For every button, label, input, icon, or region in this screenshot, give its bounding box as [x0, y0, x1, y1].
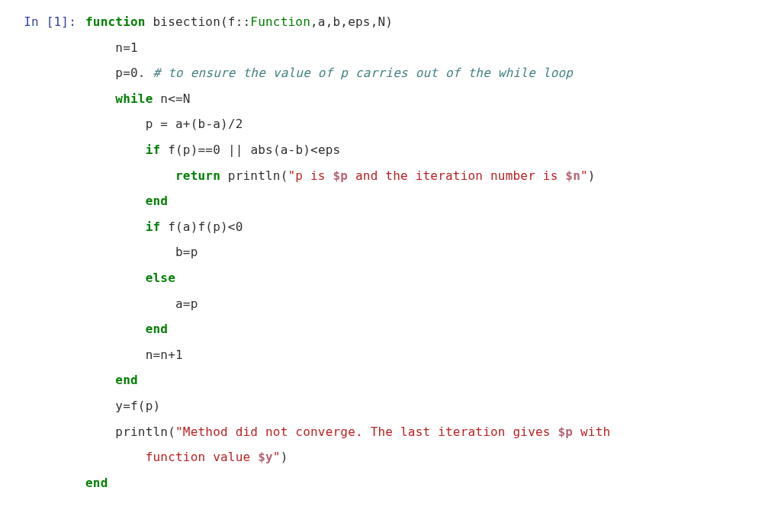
paren-a: a): [213, 117, 228, 131]
op-or: ||: [228, 143, 243, 157]
call-fp: f(p): [160, 143, 198, 157]
assign-lhs: n: [115, 40, 123, 55]
paren-b: (b: [191, 117, 206, 131]
num-0: 0: [236, 220, 243, 234]
op-le: <=: [168, 91, 183, 106]
interp-p: $p: [333, 168, 349, 183]
dcolons: ::: [236, 14, 251, 29]
keyword-if: if: [146, 220, 161, 234]
ident-n: n: [146, 348, 153, 362]
paren-close2: ): [281, 450, 288, 464]
keyword-while: while: [115, 91, 153, 106]
keyword-end: end: [85, 476, 108, 490]
assign-lhs: p: [115, 66, 123, 80]
abs-b: b): [295, 143, 310, 157]
type-function: Function: [250, 14, 310, 29]
ident-p: p: [191, 296, 198, 311]
str2-open: "Method did not converge. The last itera…: [175, 425, 558, 439]
op-lt: <: [228, 220, 236, 234]
op-lt: <: [310, 143, 318, 157]
op-div: /: [228, 117, 236, 131]
num-1: 1: [130, 40, 138, 55]
str-open: "p is: [288, 168, 333, 183]
ident-n2: n: [160, 348, 168, 362]
op-minus: -: [205, 117, 213, 131]
call-fafp: f(a)f(p): [160, 220, 228, 234]
ident-p: p: [146, 117, 161, 131]
interp-n: $n: [565, 168, 580, 183]
str2-close: ": [273, 450, 281, 464]
num-1: 1: [175, 348, 183, 362]
keyword-end: end: [115, 373, 138, 387]
num-0dot: 0.: [130, 66, 146, 80]
call-println2: println(: [115, 425, 175, 439]
op-minus: -: [288, 143, 296, 157]
ident-n: n: [153, 91, 169, 106]
ident-N: N: [183, 91, 191, 106]
space: [220, 143, 228, 157]
comment: # to ensure the value of p carries out o…: [153, 66, 574, 80]
ident-a: a: [175, 296, 183, 311]
equals: =: [123, 66, 130, 80]
keyword-return: return: [175, 168, 220, 183]
call-abs-a: abs(a: [243, 143, 288, 157]
str2-cont: function value: [146, 450, 259, 464]
equals: =: [183, 296, 191, 311]
equals: =: [123, 40, 130, 55]
equals: =: [153, 348, 161, 362]
ident-eps: eps: [318, 143, 341, 157]
input-prompt: In [1]:: [6, 9, 85, 495]
jupyter-code-cell: In [1]: function bisection(f::Function,a…: [0, 0, 781, 505]
space: [146, 66, 153, 80]
str2-mid: with: [573, 425, 610, 439]
call-println: println(: [220, 168, 288, 183]
interp-y: $y: [258, 450, 273, 464]
ident-y: y: [115, 399, 123, 413]
ident-a: a: [168, 117, 183, 131]
keyword-if: if: [146, 143, 161, 157]
keyword-end: end: [146, 322, 169, 336]
op-plus: +: [183, 117, 191, 131]
paren-close: ): [588, 168, 596, 183]
equals: =: [123, 399, 130, 413]
num-0: 0: [213, 143, 220, 157]
code-content: function bisection(f::Function,a,b,eps,N…: [85, 9, 775, 495]
ident-b: b: [175, 245, 183, 259]
num-2: 2: [236, 117, 243, 131]
op-eq: ==: [198, 143, 214, 157]
keyword-function: function: [85, 14, 146, 29]
str-close: ": [580, 168, 588, 183]
str-mid: and the iteration number is: [348, 168, 565, 183]
keyword-else: else: [146, 271, 175, 285]
keyword-end: end: [146, 194, 169, 208]
op-plus: +: [168, 348, 175, 362]
code-area[interactable]: function bisection(f::Function,a,b,eps,N…: [85, 9, 775, 495]
func-sig-part: bisection(f: [146, 14, 236, 29]
equals: =: [183, 245, 191, 259]
equals: =: [160, 117, 168, 131]
call-fp2: f(p): [130, 399, 160, 413]
prompt-text: In [1]:: [6, 9, 76, 35]
func-sig-rest: ,a,b,eps,N): [310, 14, 393, 29]
interp-p2: $p: [558, 425, 574, 439]
ident-p: p: [191, 245, 198, 259]
